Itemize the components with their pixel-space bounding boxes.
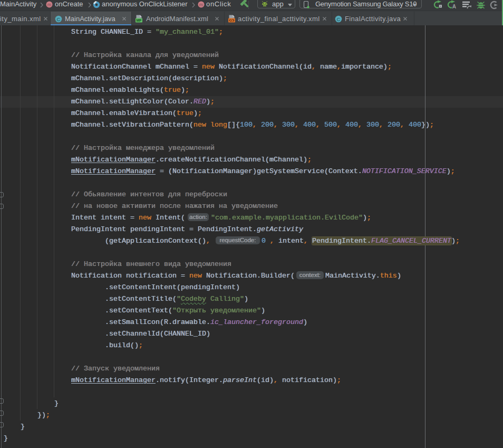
svg-text:m: m: [47, 2, 52, 7]
svg-text:m: m: [199, 2, 204, 7]
svg-text:C: C: [337, 16, 341, 22]
svg-text:A: A: [452, 4, 456, 9]
svg-text:MF: MF: [136, 18, 142, 22]
svg-text:C: C: [57, 16, 61, 22]
